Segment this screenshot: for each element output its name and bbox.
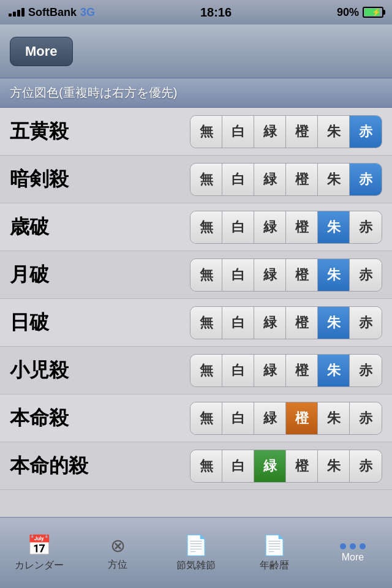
- color-btn-白[interactable]: 白: [222, 307, 254, 339]
- color-btn-赤[interactable]: 赤: [350, 355, 382, 386]
- dot-3: [360, 543, 366, 549]
- status-left: SoftBank 3G: [9, 6, 95, 19]
- color-btn-橙[interactable]: 橙: [286, 116, 318, 148]
- lightning-icon: ⚡: [372, 8, 381, 17]
- color-btn-無[interactable]: 無: [190, 307, 222, 339]
- tab-houii-label: 方位: [108, 559, 127, 571]
- color-btn-白[interactable]: 白: [222, 450, 254, 482]
- color-btn-朱[interactable]: 朱: [318, 116, 350, 148]
- dot-1: [340, 543, 346, 549]
- network-label: 3G: [80, 6, 95, 19]
- setting-row: 五黄殺無白緑橙朱赤: [0, 108, 392, 156]
- row-label: 月破: [10, 262, 108, 288]
- tab-calendar[interactable]: 📅 カレンダー: [0, 529, 78, 577]
- color-btn-白[interactable]: 白: [222, 116, 254, 148]
- sekki-icon: 📄: [184, 533, 208, 557]
- color-btn-朱[interactable]: 朱: [318, 164, 350, 195]
- color-btn-無[interactable]: 無: [190, 164, 222, 195]
- color-btn-赤[interactable]: 赤: [350, 450, 382, 482]
- houii-icon: ⊗: [110, 535, 126, 556]
- tab-more-label: More: [342, 552, 364, 563]
- row-label: 暗剣殺: [10, 166, 108, 193]
- color-btn-白[interactable]: 白: [222, 402, 254, 434]
- color-btn-無[interactable]: 無: [190, 259, 222, 291]
- tab-more[interactable]: More: [314, 538, 392, 568]
- color-btn-赤[interactable]: 赤: [350, 164, 382, 195]
- color-btn-group: 無白緑橙朱赤: [190, 354, 382, 387]
- tab-calendar-label: カレンダー: [15, 559, 64, 572]
- color-btn-group: 無白緑橙朱赤: [190, 258, 382, 292]
- tab-bar: 📅 カレンダー ⊗ 方位 📄 節気雑節 📄 年齢暦 More: [0, 517, 392, 588]
- main-content: 方位図色(重複時は右方を優先) 五黄殺無白緑橙朱赤暗剣殺無白緑橙朱赤歳破無白緑橙…: [0, 78, 392, 517]
- color-btn-group: 無白緑橙朱赤: [190, 402, 382, 435]
- status-bar: SoftBank 3G 18:16 90% ⚡: [0, 0, 392, 24]
- tab-nenrei[interactable]: 📄 年齢暦: [235, 529, 314, 577]
- color-btn-朱[interactable]: 朱: [318, 450, 350, 482]
- color-btn-朱[interactable]: 朱: [318, 259, 350, 291]
- setting-row: 歳破無白緑橙朱赤: [0, 203, 392, 251]
- dot-2: [350, 543, 356, 549]
- color-btn-橙[interactable]: 橙: [286, 450, 318, 482]
- status-right: 90% ⚡: [337, 6, 383, 19]
- signal-icon: [9, 8, 24, 17]
- rows-container: 五黄殺無白緑橙朱赤暗剣殺無白緑橙朱赤歳破無白緑橙朱赤月破無白緑橙朱赤日破無白緑橙…: [0, 108, 392, 490]
- color-btn-赤[interactable]: 赤: [350, 116, 382, 148]
- color-btn-橙[interactable]: 橙: [286, 211, 318, 243]
- setting-row: 小児殺無白緑橙朱赤: [0, 347, 392, 394]
- color-btn-赤[interactable]: 赤: [350, 307, 382, 339]
- color-btn-橙[interactable]: 橙: [286, 355, 318, 386]
- color-btn-橙[interactable]: 橙: [286, 259, 318, 291]
- row-label: 本命殺: [10, 405, 108, 432]
- more-dots: [340, 543, 366, 549]
- color-btn-緑[interactable]: 緑: [254, 307, 286, 339]
- row-label: 五黄殺: [10, 118, 108, 145]
- color-btn-緑[interactable]: 緑: [254, 355, 286, 386]
- setting-row: 日破無白緑橙朱赤: [0, 299, 392, 347]
- color-btn-無[interactable]: 無: [190, 355, 222, 386]
- color-btn-赤[interactable]: 赤: [350, 402, 382, 434]
- tab-houii[interactable]: ⊗ 方位: [78, 530, 157, 576]
- color-btn-無[interactable]: 無: [190, 402, 222, 434]
- color-btn-赤[interactable]: 赤: [350, 211, 382, 243]
- calendar-icon: 📅: [27, 533, 51, 557]
- color-btn-緑[interactable]: 緑: [254, 211, 286, 243]
- color-btn-緑[interactable]: 緑: [254, 164, 286, 195]
- time-label: 18:16: [200, 6, 232, 20]
- color-btn-白[interactable]: 白: [222, 164, 254, 195]
- nenrei-icon: 📄: [262, 533, 287, 557]
- color-btn-group: 無白緑橙朱赤: [190, 450, 382, 483]
- color-btn-朱[interactable]: 朱: [318, 211, 350, 243]
- color-btn-橙[interactable]: 橙: [286, 307, 318, 339]
- row-label: 小児殺: [10, 357, 108, 384]
- color-btn-朱[interactable]: 朱: [318, 402, 350, 434]
- row-label: 日破: [10, 309, 108, 336]
- color-btn-朱[interactable]: 朱: [318, 307, 350, 339]
- color-btn-橙[interactable]: 橙: [286, 164, 318, 195]
- setting-row: 本命殺無白緑橙朱赤: [0, 394, 392, 442]
- tab-sekki[interactable]: 📄 節気雑節: [157, 529, 235, 577]
- color-btn-緑[interactable]: 緑: [254, 402, 286, 434]
- row-label: 本命的殺: [10, 453, 108, 480]
- tab-sekki-label: 節気雑節: [176, 559, 216, 572]
- color-btn-白[interactable]: 白: [222, 259, 254, 291]
- color-btn-group: 無白緑橙朱赤: [190, 115, 382, 148]
- row-label: 歳破: [10, 214, 108, 241]
- color-btn-group: 無白緑橙朱赤: [190, 211, 382, 244]
- color-btn-group: 無白緑橙朱赤: [190, 163, 382, 196]
- carrier-label: SoftBank: [28, 6, 77, 19]
- color-btn-緑[interactable]: 緑: [254, 259, 286, 291]
- more-nav-button[interactable]: More: [10, 37, 73, 66]
- color-btn-橙[interactable]: 橙: [286, 402, 318, 434]
- color-btn-無[interactable]: 無: [190, 211, 222, 243]
- color-btn-緑[interactable]: 緑: [254, 116, 286, 148]
- color-btn-無[interactable]: 無: [190, 116, 222, 148]
- color-btn-朱[interactable]: 朱: [318, 355, 350, 386]
- color-btn-白[interactable]: 白: [222, 211, 254, 243]
- setting-row: 月破無白緑橙朱赤: [0, 251, 392, 299]
- color-btn-赤[interactable]: 赤: [350, 259, 382, 291]
- color-btn-無[interactable]: 無: [190, 450, 222, 482]
- battery-icon: ⚡: [363, 7, 383, 18]
- color-btn-白[interactable]: 白: [222, 355, 254, 386]
- battery-percent: 90%: [337, 6, 359, 19]
- color-btn-緑[interactable]: 緑: [254, 450, 286, 482]
